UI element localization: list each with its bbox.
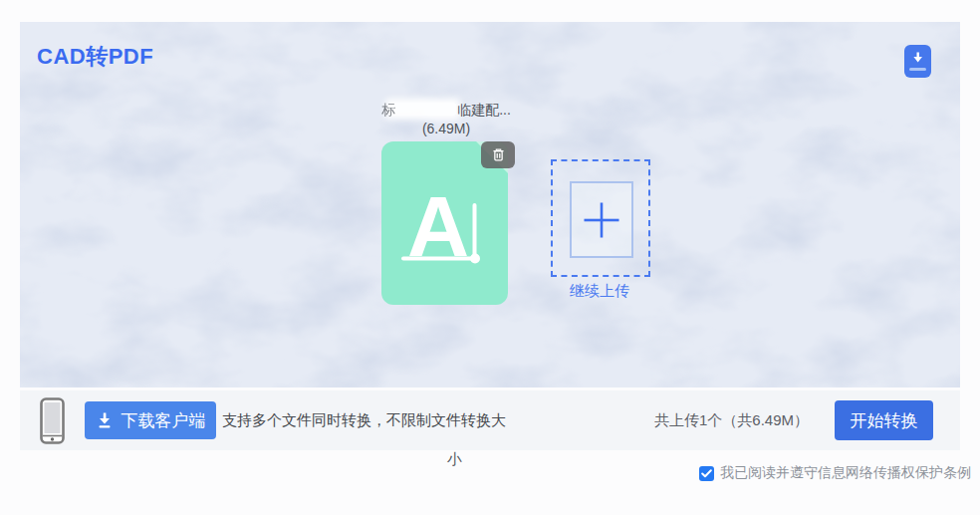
plus-icon [583, 201, 620, 239]
start-convert-button[interactable]: 开始转换 [835, 400, 933, 440]
uploaded-file-meta: 标临建配... (6.49M) [381, 101, 511, 138]
cad-to-pdf-page: CAD转PDF 标临建配... (6.49M) A [0, 0, 980, 515]
conversion-tip-overflow: 小 [447, 450, 462, 469]
upload-inner-frame [570, 181, 633, 258]
download-client-label: 下载客户端 [122, 409, 206, 432]
conversion-tip-text: 支持多个文件同时转换，不限制文件转换大 [222, 411, 506, 430]
agreement-checkbox[interactable] [699, 466, 714, 481]
download-icon [911, 52, 924, 65]
upload-summary: 共上传1个（共6.49M） [654, 411, 809, 430]
checkmark-icon [701, 469, 712, 478]
page-title: CAD转PDF [37, 42, 153, 72]
uploaded-file-size: (6.49M) [381, 120, 511, 138]
uploaded-file-name: 标临建配... [381, 101, 511, 120]
download-client-floating-button[interactable] [904, 45, 931, 78]
download-client-button[interactable]: 下载客户端 [85, 401, 216, 439]
cad-file-thumbnail: A [381, 141, 508, 305]
agreement-row: 我已阅读并遵守信息网络传播权保护条例 [699, 464, 971, 482]
phone-icon [40, 397, 65, 444]
action-bar: 下载客户端 支持多个文件同时转换，不限制文件转换大 共上传1个（共6.49M） … [20, 390, 960, 450]
delete-file-button[interactable] [481, 141, 515, 168]
download-tray-bar [909, 68, 926, 71]
continue-upload-dropzone[interactable] [551, 159, 650, 277]
trash-icon [491, 147, 506, 162]
converter-card: CAD转PDF 标临建配... (6.49M) A [20, 22, 960, 387]
download-arrow-icon [96, 411, 114, 429]
continue-upload-label[interactable]: 继续上传 [570, 282, 629, 301]
redacted-filename-blur [388, 103, 456, 116]
agreement-label[interactable]: 我已阅读并遵守信息网络传播权保护条例 [720, 464, 971, 482]
filename-visible-text: 临建配... [457, 102, 511, 118]
